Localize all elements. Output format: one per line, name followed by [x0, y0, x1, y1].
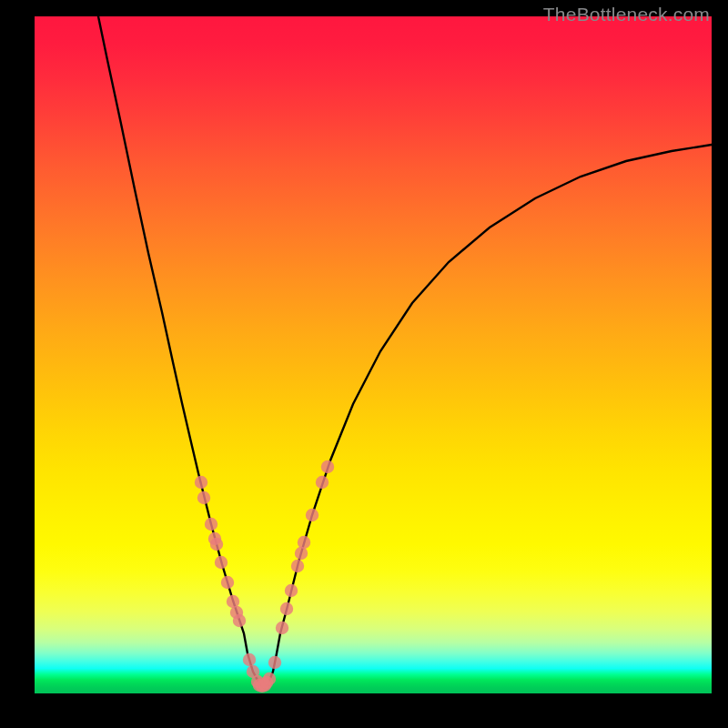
highlight-dot [263, 672, 276, 685]
highlight-dot [306, 509, 318, 521]
highlight-dot [205, 518, 217, 531]
highlight-dot [285, 584, 298, 597]
highlight-dot [276, 622, 288, 634]
highlight-dot [221, 576, 234, 589]
highlight-dot [197, 491, 210, 504]
highlight-dot [215, 556, 228, 569]
highlight-dot [291, 560, 304, 572]
highlight-dot [280, 602, 293, 615]
bottleneck-curve [98, 16, 712, 685]
chart-frame: TheBottleneck.com [0, 0, 728, 728]
highlight-dot [233, 614, 246, 627]
highlight-dots-group [195, 460, 334, 693]
highlight-dot [295, 547, 308, 560]
highlight-dot [298, 536, 310, 549]
highlight-dot [316, 476, 329, 489]
highlight-dot [268, 656, 281, 669]
highlight-dot [210, 538, 223, 551]
highlight-dot [321, 460, 334, 473]
curve-layer [35, 16, 712, 693]
highlight-dot [243, 653, 256, 666]
highlight-dot [195, 476, 207, 489]
